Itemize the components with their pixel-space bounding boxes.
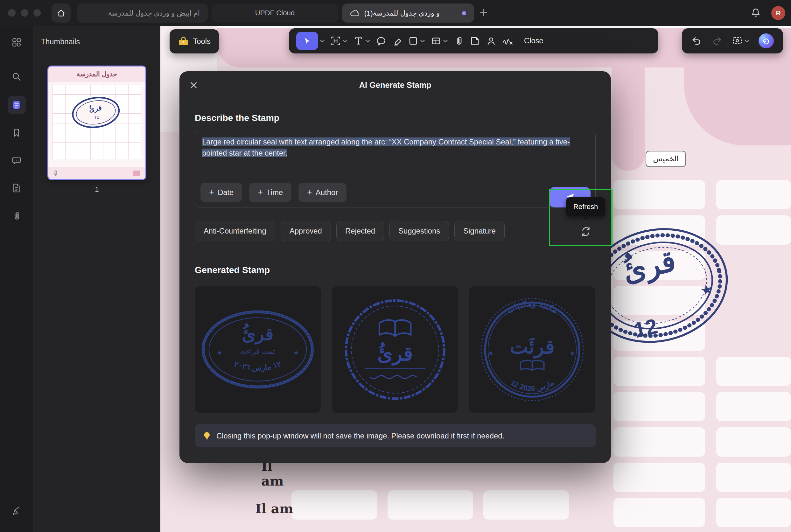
signature-tool[interactable]	[502, 36, 513, 46]
insert-time-button[interactable]: + Time	[249, 183, 291, 202]
day-label-box: الخميس	[645, 151, 686, 167]
thumbnails-panel-button[interactable]	[8, 96, 26, 114]
preset-approved[interactable]: Approved	[281, 221, 331, 241]
attach-tool[interactable]	[454, 36, 464, 46]
tab-updf-cloud[interactable]: UPDF Cloud	[212, 3, 338, 23]
generated-stamp-grid: قرئُ تمت قراءته ★ ★ ١٢ مارس ٢٠٢٦	[195, 286, 595, 412]
tab-document-active[interactable]: (1)و وردي جدول للمدرسة	[342, 3, 474, 23]
time-label: Il am	[255, 501, 293, 516]
schedule-cell	[483, 490, 569, 519]
chevron-down-icon[interactable]	[342, 39, 347, 43]
schedule-cell	[716, 357, 791, 386]
signature-icon	[502, 36, 513, 46]
ai-generate-stamp-dialog: AI Generate Stamp Describe the Stamp Lar…	[179, 71, 611, 463]
grid-menu-button[interactable]	[8, 33, 26, 52]
stamp-tool[interactable]	[486, 36, 496, 46]
plus-icon	[479, 8, 488, 17]
describe-heading: Describe the Stamp	[195, 113, 279, 123]
preset-signature[interactable]: Signature	[455, 221, 505, 241]
crop-tool[interactable]	[330, 36, 347, 46]
generated-stamp-1[interactable]: قرئُ تمت قراءته ★ ★ ١٢ مارس ٢٠٢٦	[195, 286, 321, 412]
attachments-button[interactable]	[8, 207, 26, 225]
chevron-down-icon[interactable]	[420, 39, 425, 43]
window-controls	[8, 9, 41, 17]
page-edit-button[interactable]	[8, 179, 26, 197]
preset-anti-counterfeiting[interactable]: Anti-Counterfeiting	[195, 221, 275, 241]
svg-text:مكتبة ومكتبات: مكتبة ومكتبات	[505, 299, 559, 315]
chevron-down-icon[interactable]	[744, 39, 749, 43]
zoom-icon[interactable]	[33, 9, 41, 17]
notifications-button[interactable]	[750, 7, 762, 19]
dialog-close-button[interactable]	[188, 79, 200, 91]
new-tab-button[interactable]	[479, 8, 488, 17]
document-canvas: الخميس Il am Il am قرئُ ★ 12	[160, 26, 791, 532]
page-edit-icon	[12, 183, 22, 193]
search-button[interactable]	[8, 68, 26, 86]
schedule-cell	[716, 463, 791, 492]
ink-tools-button[interactable]	[8, 501, 26, 519]
page-thumbnail[interactable]: جدول المدرسة قرئُ 12	[49, 66, 145, 179]
thumb-footer-band	[49, 167, 145, 179]
highlight-tool[interactable]	[392, 36, 403, 46]
unsaved-dot-icon	[462, 11, 466, 15]
minimize-icon[interactable]	[21, 9, 28, 17]
cloud-icon	[350, 9, 360, 17]
text-tool[interactable]	[353, 36, 370, 46]
select-cursor-icon	[303, 37, 311, 45]
close-icon	[190, 81, 198, 89]
prompt-input[interactable]: Large red circular seal with text arrang…	[195, 131, 596, 207]
generated-heading: Generated Stamp	[195, 265, 270, 275]
time-label: Il am	[261, 459, 284, 489]
generated-stamp-2[interactable]: قرئُ	[332, 286, 458, 412]
lightbulb-icon	[202, 431, 212, 441]
preset-suggestions[interactable]: Suggestions	[389, 221, 449, 241]
tab-label: (1)و وردي جدول للمدرسة	[364, 9, 440, 18]
close-document-button[interactable]: Close	[524, 36, 543, 45]
home-button[interactable]	[52, 3, 71, 23]
svg-text:١٢ مارس ٢٠٢٦: ١٢ مارس ٢٠٢٦	[233, 360, 283, 373]
comments-button[interactable]	[8, 151, 26, 170]
undo-icon[interactable]	[691, 35, 702, 46]
prompt-text: Large red circular seal with text arrang…	[202, 136, 588, 158]
sticker-tool[interactable]	[470, 36, 480, 46]
svg-text:تمت قراءته: تمت قراءته	[240, 347, 275, 356]
highlighter-icon	[392, 36, 403, 46]
schedule-cell	[716, 180, 791, 209]
chevron-down-icon[interactable]	[320, 39, 325, 43]
bookmarks-button[interactable]	[8, 124, 26, 141]
sticker-icon	[470, 36, 480, 46]
page-margin	[160, 26, 791, 28]
ai-assistant-button[interactable]	[758, 33, 774, 49]
close-icon[interactable]	[8, 9, 16, 17]
comment-tool[interactable]	[376, 36, 386, 46]
preset-rejected[interactable]: Rejected	[336, 221, 384, 241]
generated-stamp-3[interactable]: مكتبة ومكتبات ★ ★ قرئَت 12 مارس 2026	[469, 286, 595, 412]
stamp-person-icon	[486, 36, 496, 46]
home-icon	[56, 8, 66, 18]
select-tool[interactable]	[296, 32, 325, 50]
screenshot-tool[interactable]	[732, 35, 749, 46]
tab-document-1[interactable]: ام ابيض و وردي جدول للمدرسة	[77, 3, 208, 23]
preset-chip-row: Anti-Counterfeiting Approved Rejected Su…	[195, 221, 505, 241]
thumbnails-title: Thumbnails	[41, 37, 80, 46]
plus-icon: +	[258, 188, 263, 197]
refresh-button[interactable]	[577, 223, 595, 241]
insert-author-button[interactable]: + Author	[298, 183, 347, 202]
app-window: ام ابيض و وردي جدول للمدرسة UPDF Cloud (…	[0, 0, 791, 532]
thumbnails-panel: Thumbnails جدول المدرسة قرئُ 12 1	[33, 26, 161, 532]
star-icon: ★	[488, 350, 494, 357]
schedule-cell	[614, 427, 706, 457]
redo-icon[interactable]	[711, 35, 722, 46]
tools-button[interactable]: Tools	[170, 29, 219, 54]
svg-text:قرئَت: قرئَت	[510, 336, 555, 359]
chip-label: Author	[316, 188, 338, 197]
crop-tool-icon	[330, 36, 341, 46]
chevron-down-icon[interactable]	[443, 39, 448, 43]
insert-date-button[interactable]: + Date	[200, 183, 242, 202]
avatar[interactable]: R	[771, 6, 785, 20]
form-tool[interactable]	[431, 36, 448, 46]
chevron-down-icon[interactable]	[365, 39, 370, 43]
dialog-title: AI Generate Stamp	[179, 71, 611, 100]
toolbox-icon	[178, 36, 189, 46]
shape-tool[interactable]	[408, 36, 425, 46]
